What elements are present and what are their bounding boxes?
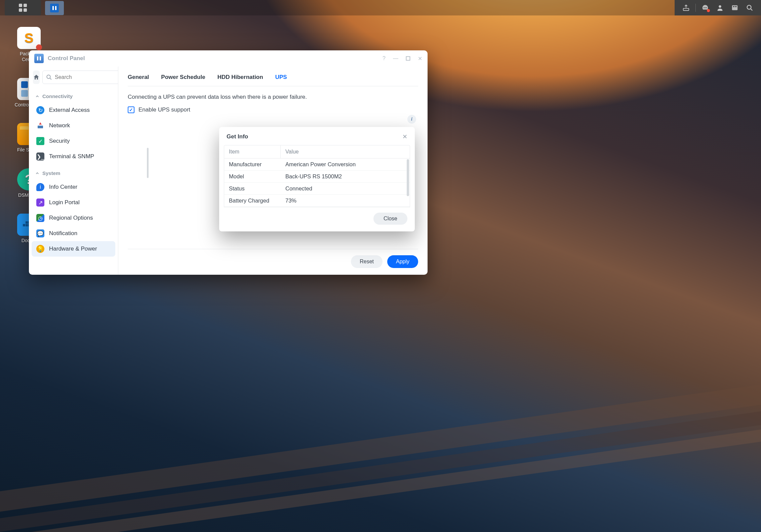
sidebar-section-label: Connectivity bbox=[42, 93, 73, 99]
svg-rect-13 bbox=[26, 221, 28, 224]
package-center-icon: S bbox=[17, 27, 41, 49]
minimize-button[interactable]: — bbox=[393, 55, 398, 61]
row-value: Connected bbox=[281, 183, 317, 194]
sidebar-item-terminal-snmp[interactable]: ❯_ Terminal & SNMP bbox=[32, 149, 115, 164]
content-pane: General Power Schedule HDD Hibernation U… bbox=[118, 66, 428, 275]
row-item: Manufacturer bbox=[224, 159, 281, 170]
svg-rect-15 bbox=[406, 57, 410, 60]
maximize-button[interactable] bbox=[406, 56, 410, 61]
reset-button[interactable]: Reset bbox=[351, 255, 383, 268]
modal-col-value: Value bbox=[281, 145, 304, 158]
svg-line-17 bbox=[50, 78, 51, 80]
sidebar-item-external-access[interactable]: ↻ External Access bbox=[32, 102, 115, 118]
svg-rect-6 bbox=[733, 6, 735, 7]
user-icon[interactable] bbox=[713, 0, 727, 15]
search-icon[interactable] bbox=[743, 0, 756, 15]
sidebar-item-label: Hardware & Power bbox=[49, 246, 97, 252]
search-icon bbox=[46, 74, 52, 80]
taskbar-app-control-panel[interactable] bbox=[45, 1, 64, 15]
sidebar-item-label: Notification bbox=[49, 230, 77, 237]
tab-ups[interactable]: UPS bbox=[275, 73, 287, 86]
sidebar-item-label: Regional Options bbox=[49, 215, 93, 221]
svg-rect-5 bbox=[732, 5, 738, 10]
login-portal-icon: ↗ bbox=[36, 198, 44, 207]
notification-icon: 💬 bbox=[36, 229, 44, 237]
sidebar-item-network[interactable]: Network bbox=[32, 118, 115, 133]
search-box[interactable] bbox=[42, 71, 118, 84]
row-value: American Power Conversion bbox=[281, 159, 360, 170]
svg-rect-11 bbox=[26, 224, 28, 226]
tab-hdd-hibernation[interactable]: HDD Hibernation bbox=[217, 73, 263, 86]
info-tooltip-icon[interactable]: i bbox=[407, 115, 416, 124]
enable-ups-checkbox[interactable]: ✓ bbox=[128, 106, 134, 113]
sidebar-item-security[interactable]: ✓ Security bbox=[32, 133, 115, 149]
grid-icon bbox=[19, 4, 27, 12]
help-button[interactable]: ? bbox=[383, 55, 386, 61]
system-tray bbox=[675, 0, 761, 15]
tab-general[interactable]: General bbox=[128, 73, 149, 86]
sidebar-item-regional-options[interactable]: ◷ Regional Options bbox=[32, 210, 115, 226]
taskbar bbox=[0, 0, 761, 15]
svg-point-8 bbox=[747, 5, 751, 9]
window-app-icon bbox=[34, 54, 44, 63]
window-titlebar[interactable]: Control Panel ? — ✕ bbox=[29, 50, 428, 66]
sidebar-item-login-portal[interactable]: ↗ Login Portal bbox=[32, 195, 115, 210]
chevron-up-icon bbox=[35, 171, 40, 176]
sidebar-item-notification[interactable]: 💬 Notification bbox=[32, 226, 115, 241]
table-row: Manufacturer American Power Conversion bbox=[224, 159, 410, 171]
sidebar-section-connectivity[interactable]: Connectivity bbox=[29, 90, 118, 102]
ups-description: Connecting a UPS can prevent data loss w… bbox=[128, 94, 418, 100]
sidebar-item-label: Terminal & SNMP bbox=[49, 153, 94, 160]
tray-separator bbox=[695, 4, 696, 12]
sidebar-item-label: Security bbox=[49, 138, 70, 144]
tab-bar: General Power Schedule HDD Hibernation U… bbox=[128, 73, 418, 86]
notification-badge bbox=[707, 9, 710, 12]
row-value: Back-UPS RS 1500M2 bbox=[281, 171, 347, 182]
svg-rect-7 bbox=[735, 6, 737, 7]
sidebar-item-label: Login Portal bbox=[49, 199, 80, 206]
modal-scrollbar[interactable] bbox=[407, 159, 409, 196]
svg-point-16 bbox=[47, 75, 50, 79]
notifications-icon[interactable] bbox=[698, 0, 712, 15]
network-icon bbox=[36, 122, 44, 130]
chevron-up-icon bbox=[35, 94, 40, 99]
svg-rect-0 bbox=[683, 8, 689, 10]
upload-task-icon[interactable] bbox=[679, 0, 693, 15]
window-title: Control Panel bbox=[48, 55, 85, 62]
search-input[interactable] bbox=[55, 74, 118, 80]
shield-icon: ✓ bbox=[36, 137, 44, 145]
row-item: Model bbox=[224, 171, 281, 182]
row-value: 73% bbox=[281, 195, 301, 207]
enable-ups-label: Enable UPS support bbox=[138, 106, 190, 113]
enable-ups-row[interactable]: ✓ Enable UPS support bbox=[128, 106, 418, 113]
get-info-modal: Get Info ✕ Item Value Manufacturer Ameri… bbox=[219, 127, 415, 231]
tab-power-schedule[interactable]: Power Schedule bbox=[161, 73, 205, 86]
external-access-icon: ↻ bbox=[36, 106, 44, 114]
sidebar-scrollbar[interactable] bbox=[147, 148, 149, 178]
control-panel-window: Control Panel ? — ✕ bbox=[29, 50, 428, 275]
widgets-icon[interactable] bbox=[728, 0, 742, 15]
sidebar-section-system[interactable]: System bbox=[29, 167, 118, 179]
table-row: Battery Charged 73% bbox=[224, 195, 410, 207]
svg-point-1 bbox=[704, 7, 705, 8]
control-panel-icon bbox=[50, 4, 59, 12]
home-button[interactable] bbox=[33, 71, 40, 84]
close-button[interactable]: ✕ bbox=[418, 55, 422, 62]
sidebar-item-info-center[interactable]: i Info Center bbox=[32, 179, 115, 195]
sidebar: Connectivity ↻ External Access Network ✓… bbox=[29, 66, 118, 275]
table-row: Status Connected bbox=[224, 183, 410, 195]
modal-table: Item Value Manufacturer American Power C… bbox=[219, 145, 415, 207]
sidebar-item-label: Network bbox=[49, 122, 70, 129]
main-menu-button[interactable] bbox=[5, 0, 41, 15]
sidebar-item-hardware-power[interactable]: 💡 Hardware & Power bbox=[32, 241, 115, 257]
regional-icon: ◷ bbox=[36, 214, 44, 222]
info-icon: i bbox=[36, 183, 44, 191]
svg-point-4 bbox=[719, 5, 721, 8]
apply-button[interactable]: Apply bbox=[387, 255, 418, 268]
svg-line-9 bbox=[751, 9, 753, 11]
modal-close-button[interactable]: Close bbox=[373, 213, 407, 225]
modal-close-icon[interactable]: ✕ bbox=[402, 133, 407, 140]
sidebar-item-label: Info Center bbox=[49, 184, 77, 190]
modal-title: Get Info bbox=[227, 133, 248, 140]
sidebar-section-label: System bbox=[42, 170, 60, 176]
